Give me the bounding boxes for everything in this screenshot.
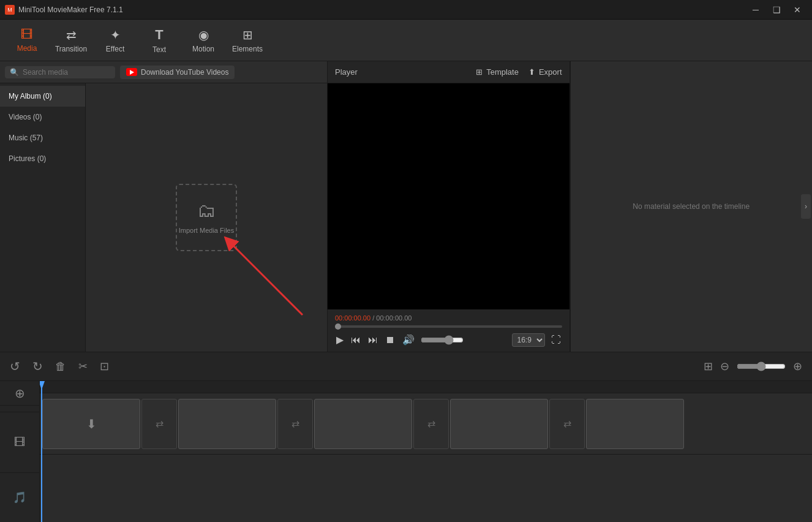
- main-wrapper: 🔍 Download YouTube Videos My Album (0) V…: [0, 61, 812, 522]
- main-toolbar: 🎞 Media ⇄ Transition ✦ Effect T Text ◉ M…: [0, 20, 812, 61]
- media-sidebar: My Album (0) Videos (0) Music (57) Pictu…: [0, 83, 86, 352]
- transition-block-4[interactable]: ⇄: [549, 399, 585, 449]
- export-button[interactable]: ⬆ Export: [528, 67, 562, 77]
- time-ratio-row: 00:00:00.00 / 00:00:00.00: [335, 314, 562, 322]
- audio-track-icon[interactable]: 🎵: [0, 473, 39, 522]
- delete-button[interactable]: 🗑: [53, 358, 69, 376]
- skip-forward-button[interactable]: ⏭: [367, 333, 379, 347]
- motion-icon: ◉: [198, 28, 209, 42]
- zoom-in-button[interactable]: ⊕: [791, 357, 805, 376]
- media-icon: 🎞: [21, 28, 33, 42]
- export-icon: ⬆: [528, 67, 535, 77]
- player-wrapper: Player ⊞ Template ⬆ Export: [328, 61, 812, 352]
- video-block-4[interactable]: [450, 399, 548, 449]
- search-icon: 🔍: [10, 68, 19, 77]
- skip-back-button[interactable]: ⏮: [350, 333, 362, 347]
- video-block-1[interactable]: ⬇: [42, 399, 140, 449]
- fullscreen-button[interactable]: ⛶: [550, 333, 562, 347]
- toolbar-text[interactable]: T Text: [137, 23, 181, 58]
- minimize-button[interactable]: ─: [746, 4, 765, 16]
- zoom-slider[interactable]: [737, 361, 786, 371]
- app-title: MiniTool MovieMaker Free 7.1.1: [18, 6, 123, 14]
- playhead[interactable]: [41, 381, 42, 522]
- titlebar-left: M MiniTool MovieMaker Free 7.1.1: [5, 5, 123, 15]
- sidebar-item-videos[interactable]: Videos (0): [0, 107, 85, 127]
- undo-button[interactable]: ↺: [7, 357, 23, 376]
- effect-icon: ✦: [110, 28, 121, 42]
- yt-label: Download YouTube Videos: [141, 68, 228, 77]
- transition-block-3[interactable]: ⇄: [413, 399, 449, 449]
- transition-label: Transition: [55, 45, 87, 53]
- video-block-2[interactable]: [178, 399, 276, 449]
- template-label: Template: [486, 67, 519, 77]
- player-title: Player: [335, 67, 358, 77]
- edit-toolbar: ↺ ↻ 🗑 ✂ ⊡ ⊞ ⊖ ⊕: [0, 352, 812, 381]
- toolbar-media[interactable]: 🎞 Media: [5, 23, 49, 58]
- time-display: 00:00:00.00 / 00:00:00.00: [335, 314, 412, 322]
- transition-block-2[interactable]: ⇄: [277, 399, 313, 449]
- effect-label: Effect: [106, 45, 124, 53]
- zoom-out-button[interactable]: ⊖: [718, 357, 732, 376]
- media-toolbar: 🔍 Download YouTube Videos: [0, 61, 327, 83]
- left-panel: 🔍 Download YouTube Videos My Album (0) V…: [0, 61, 328, 352]
- import-icon: 🗂: [197, 200, 216, 221]
- timeline: ⊕ 🎞 🎵 ⬇ ⇄ ⇄ ⇄ ⇄: [0, 381, 812, 522]
- video-block-3[interactable]: [314, 399, 412, 449]
- toolbar-motion[interactable]: ◉ Motion: [181, 23, 225, 58]
- add-media-button[interactable]: ⊕: [0, 381, 39, 406]
- sidebar-item-my-album[interactable]: My Album (0): [0, 86, 85, 107]
- youtube-download-button[interactable]: Download YouTube Videos: [120, 66, 235, 79]
- sidebar-item-music[interactable]: Music (57): [0, 127, 85, 148]
- transition-block-1[interactable]: ⇄: [141, 399, 177, 449]
- timeline-ruler: [40, 381, 812, 393]
- template-button[interactable]: ⊞ Template: [476, 67, 519, 77]
- media-label: Media: [17, 44, 37, 53]
- toolbar-transition[interactable]: ⇄ Transition: [49, 23, 93, 58]
- toolbar-elements[interactable]: ⊞ Elements: [225, 23, 269, 58]
- progress-bar[interactable]: [335, 325, 562, 328]
- time-total: 00:00:00.00: [376, 314, 412, 322]
- ratio-select[interactable]: 16:9 9:16 1:1 4:3: [512, 333, 545, 347]
- stop-button[interactable]: ⏹: [384, 333, 396, 347]
- no-material-text: No material selected on the timeline: [625, 195, 757, 218]
- cut-button[interactable]: ✂: [76, 357, 90, 376]
- edit-toolbar-right: ⊞ ⊖ ⊕: [704, 357, 805, 376]
- youtube-icon: [126, 68, 137, 76]
- close-button[interactable]: ✕: [788, 4, 807, 16]
- import-media-button[interactable]: 🗂 Import Media Files: [176, 184, 237, 251]
- transition-icon: ⇄: [66, 28, 77, 42]
- volume-button[interactable]: 🔊: [401, 333, 416, 347]
- text-label: Text: [152, 45, 166, 54]
- time-current: 00:00:00.00: [335, 314, 370, 322]
- video-track-icon[interactable]: 🎞: [0, 412, 39, 473]
- edit-toolbar-left: ↺ ↻ 🗑 ✂ ⊡: [7, 357, 111, 376]
- media-body: My Album (0) Videos (0) Music (57) Pictu…: [0, 83, 327, 352]
- sidebar-item-pictures[interactable]: Pictures (0): [0, 148, 85, 169]
- play-button[interactable]: ▶: [335, 333, 345, 347]
- collapse-panel-button[interactable]: ›: [801, 194, 811, 219]
- redo-button[interactable]: ↻: [30, 357, 45, 376]
- content-area: 🔍 Download YouTube Videos My Album (0) V…: [0, 61, 812, 352]
- audio-track-row: [40, 455, 812, 504]
- search-input[interactable]: [23, 68, 110, 77]
- elements-icon: ⊞: [242, 28, 253, 42]
- timeline-layout-icon: ⊞: [704, 360, 713, 373]
- import-label: Import Media Files: [179, 226, 234, 235]
- volume-slider[interactable]: [421, 335, 464, 345]
- toolbar-effect[interactable]: ✦ Effect: [93, 23, 137, 58]
- text-icon: T: [155, 27, 163, 43]
- crop-button[interactable]: ⊡: [97, 357, 111, 376]
- maximize-button[interactable]: ❑: [767, 4, 786, 16]
- progress-dot: [335, 323, 341, 330]
- motion-label: Motion: [192, 45, 214, 53]
- export-label: Export: [539, 67, 562, 77]
- template-icon: ⊞: [476, 67, 483, 77]
- player-controls: 00:00:00.00 / 00:00:00.00 ▶ ⏮ ⏭ ⏹: [328, 309, 570, 352]
- controls-row: ▶ ⏮ ⏭ ⏹ 🔊 16:9 9:16 1:1 4:3 ⛶: [335, 333, 562, 347]
- player-header-actions: ⊞ Template ⬆ Export: [476, 67, 562, 77]
- app-icon: M: [5, 5, 15, 15]
- video-block-5[interactable]: [586, 399, 684, 449]
- search-box[interactable]: 🔍: [5, 66, 115, 78]
- titlebar-controls: ─ ❑ ✕: [746, 4, 807, 16]
- video-area: [328, 83, 570, 309]
